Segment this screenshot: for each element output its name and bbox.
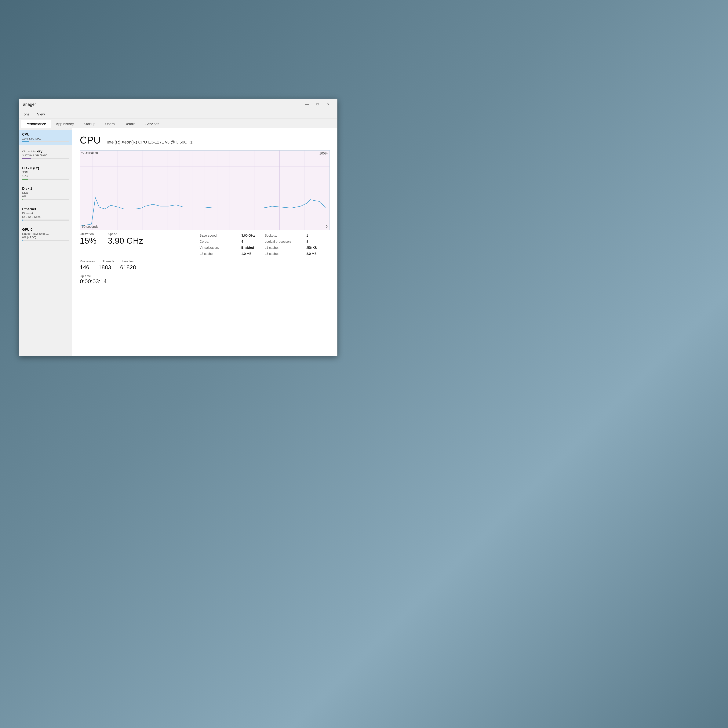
- sidebar-disk1-title: Disk 1: [22, 187, 69, 191]
- graph-y-max: 100%: [320, 152, 327, 156]
- uptime-value: 0:00:03:14: [80, 278, 107, 284]
- logical-label: Logical processors:: [265, 240, 306, 244]
- sidebar-item-memory[interactable]: CPU activity ory 3.17/19.9 GB (19%): [19, 147, 72, 162]
- tab-details[interactable]: Details: [120, 120, 140, 128]
- cpu-graph-svg: [80, 150, 329, 230]
- utilization-stat: Utilization 15%: [80, 232, 96, 256]
- cores-label: Cores:: [200, 240, 241, 244]
- sidebar-disk1-type: SSD: [22, 191, 69, 194]
- utilization-value: 15%: [80, 236, 96, 246]
- minimize-button[interactable]: —: [301, 101, 312, 108]
- speed-stat: Speed 3.90 GHz: [108, 232, 143, 256]
- process-stats-area: Processes Threads Handles 146 1883 61828: [80, 260, 330, 271]
- graph-y-min: 0: [326, 225, 327, 229]
- sidebar-ethernet-bar-container: [22, 220, 69, 221]
- detail-header: CPU Intel(R) Xeon(R) CPU E3-1271 v3 @ 3.…: [80, 135, 330, 146]
- desktop-background: anager — □ × ons View Performance App hi…: [0, 0, 728, 728]
- sidebar-gpu-bar-container: [22, 240, 69, 241]
- cpu-graph: % Utilization 100% 0 60 seconds: [80, 150, 330, 230]
- threads-value: 1883: [98, 264, 111, 271]
- sidebar-divider-3: [19, 183, 72, 184]
- sidebar-memory-bar-container: [22, 158, 69, 159]
- sidebar-item-disk1[interactable]: Disk 1 SSD 0%: [19, 184, 72, 203]
- sockets-label: Sockets:: [265, 234, 306, 237]
- sidebar-disk0-bar-container: [22, 179, 69, 180]
- sidebar-gpu-title: GPU 0: [22, 228, 69, 232]
- sidebar-ethernet-speed: S: 0 R: 0 Kbps: [22, 215, 69, 219]
- menu-item-view[interactable]: View: [36, 112, 46, 117]
- title-bar: anager — □ ×: [19, 99, 337, 110]
- logical-value: 8: [306, 240, 330, 244]
- sidebar-ethernet-title: Ethernet: [22, 207, 69, 211]
- sidebar-cpu-title: CPU: [22, 133, 69, 136]
- handles-value: 61828: [120, 264, 136, 271]
- speed-value: 3.90 GHz: [108, 236, 143, 246]
- sidebar-disk0-pct: 13%: [22, 174, 69, 177]
- stats-row-1: Utilization 15% Speed 3.90 GHz Base spee…: [80, 232, 330, 256]
- l1-value: 256 KB: [306, 246, 330, 250]
- specs-grid: Base speed: 3.60 GHz Sockets: 1 Cores: 4…: [200, 234, 330, 256]
- l3-value: 8.0 MB: [306, 252, 330, 256]
- sidebar-divider-4: [19, 203, 72, 204]
- taskmanager-window: anager — □ × ons View Performance App hi…: [19, 99, 338, 356]
- sidebar-gpu-model: Radeon RX550/550...: [22, 232, 69, 235]
- tab-apphistory[interactable]: App history: [51, 120, 79, 128]
- uptime-label: Up time: [80, 274, 91, 278]
- processes-label: Processes: [80, 260, 95, 263]
- memory-note: CPU activity: [22, 150, 36, 153]
- sidebar-ethernet-bar: [22, 220, 23, 221]
- tab-users[interactable]: Users: [101, 120, 119, 128]
- graph-x-label: 60 seconds: [82, 225, 98, 229]
- menu-item-options[interactable]: ons: [22, 112, 31, 117]
- threads-label: Threads: [102, 260, 114, 263]
- sidebar-ethernet-type: Ethernet: [22, 211, 69, 215]
- sidebar-disk0-title: Disk 0 (C:): [22, 166, 69, 170]
- cores-value: 4: [241, 240, 265, 244]
- detail-subtitle: Intel(R) Xeon(R) CPU E3-1271 v3 @ 3.60GH…: [107, 140, 193, 145]
- sidebar: CPU 15% 3.90 GHz CPU activity ory 3.17/1…: [19, 128, 72, 356]
- sidebar-memory-subtitle: 3.17/19.9 GB (19%): [22, 154, 69, 157]
- base-speed-value: 3.60 GHz: [241, 234, 265, 237]
- sidebar-memory-title: ory: [37, 149, 43, 153]
- virt-label: Virtualization:: [200, 246, 241, 250]
- sidebar-disk0-bar: [22, 179, 28, 180]
- l2-value: 1.0 MB: [241, 252, 265, 256]
- detail-title: CPU: [80, 135, 101, 146]
- sidebar-disk1-pct: 0%: [22, 195, 69, 198]
- window-controls: — □ ×: [301, 101, 333, 108]
- l2-label: L2 cache:: [200, 252, 241, 256]
- menu-bar: ons View: [19, 110, 337, 118]
- sidebar-cpu-bar: [22, 141, 29, 142]
- sidebar-item-ethernet[interactable]: Ethernet Ethernet S: 0 R: 0 Kbps: [19, 205, 72, 223]
- base-speed-label: Base speed:: [200, 234, 241, 237]
- sockets-value: 1: [306, 234, 330, 237]
- main-content: CPU 15% 3.90 GHz CPU activity ory 3.17/1…: [19, 128, 337, 356]
- l1-label: L1 cache:: [265, 246, 306, 250]
- speed-label: Speed: [108, 232, 143, 236]
- tab-bar: Performance App history Startup Users De…: [19, 118, 337, 128]
- sidebar-gpu-bar: [22, 240, 23, 241]
- sidebar-item-disk0[interactable]: Disk 0 (C:) SSD 13%: [19, 164, 72, 182]
- sidebar-disk1-bar: [22, 199, 23, 200]
- tab-services[interactable]: Services: [141, 120, 164, 128]
- sidebar-item-gpu[interactable]: GPU 0 Radeon RX550/550... 0% (42 °C): [19, 225, 72, 244]
- virt-value: Enabled: [241, 246, 265, 250]
- sidebar-cpu-subtitle: 15% 3.90 GHz: [22, 137, 69, 140]
- maximize-button[interactable]: □: [312, 101, 323, 108]
- tab-performance[interactable]: Performance: [21, 120, 51, 128]
- handles-label: Handles: [122, 260, 134, 263]
- processes-value: 146: [80, 264, 89, 271]
- sidebar-disk0-type: SSD: [22, 171, 69, 174]
- sidebar-item-cpu[interactable]: CPU 15% 3.90 GHz: [19, 130, 72, 145]
- uptime-area: Up time 0:00:03:14: [80, 274, 330, 284]
- window-title: anager: [23, 102, 36, 107]
- utilization-label: Utilization: [80, 232, 96, 236]
- graph-y-label: % Utilization: [81, 151, 98, 155]
- detail-panel: CPU Intel(R) Xeon(R) CPU E3-1271 v3 @ 3.…: [72, 128, 337, 356]
- close-button[interactable]: ×: [323, 101, 333, 108]
- sidebar-memory-bar: [22, 158, 31, 159]
- sidebar-disk1-bar-container: [22, 199, 69, 200]
- tab-startup[interactable]: Startup: [79, 120, 100, 128]
- l3-label: L3 cache:: [265, 252, 306, 256]
- sidebar-gpu-usage: 0% (42 °C): [22, 236, 69, 239]
